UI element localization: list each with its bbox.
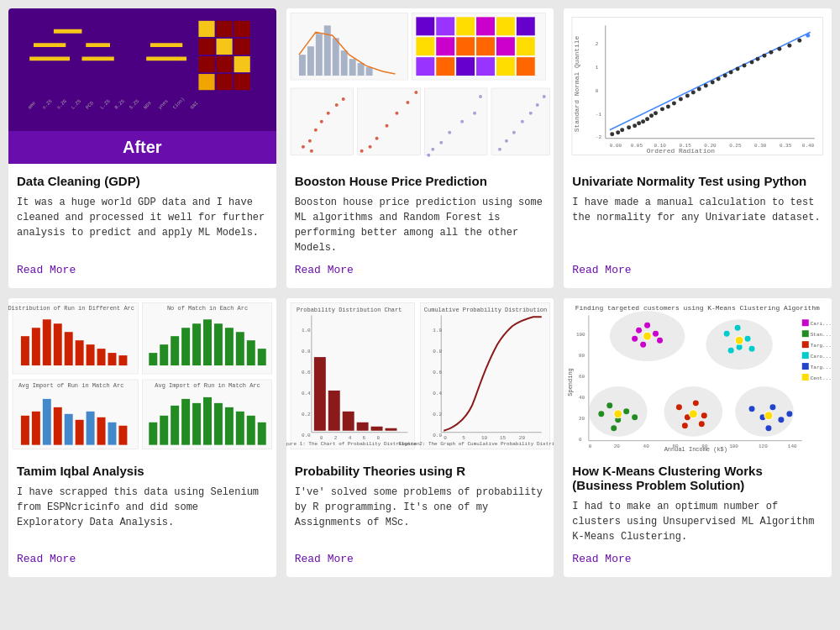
svg-point-263	[599, 411, 605, 417]
svg-text:0.0: 0.0	[433, 433, 442, 438]
svg-rect-201	[328, 391, 339, 431]
svg-point-124	[666, 104, 670, 108]
svg-rect-205	[385, 428, 396, 431]
svg-text:ame: ame	[27, 100, 38, 111]
card-desc: I have made a manual calculation to test…	[572, 195, 823, 255]
read-more-link[interactable]: Read More	[17, 553, 268, 565]
svg-rect-39	[357, 63, 364, 76]
svg-point-259	[653, 331, 659, 337]
svg-text:Cari...: Cari...	[811, 321, 832, 327]
svg-text:0.40: 0.40	[802, 143, 815, 149]
svg-rect-55	[436, 57, 454, 76]
card-tamim: Distribution of Run in Different Arc No …	[8, 298, 276, 577]
svg-point-119	[641, 119, 645, 123]
card-body: Probability Theories using R I've' solve…	[286, 454, 554, 577]
svg-text:0: 0	[596, 88, 599, 94]
card-desc: Booston house price prediction using som…	[295, 195, 546, 255]
svg-point-75	[360, 150, 363, 153]
svg-point-88	[512, 131, 516, 134]
svg-text:Cumulative Probability Distrib: Cumulative Probability Distribution	[423, 307, 546, 313]
svg-text:NDX: NDX	[143, 100, 154, 111]
svg-point-268	[632, 414, 638, 420]
svg-point-284	[779, 417, 785, 423]
svg-rect-202	[342, 412, 354, 431]
svg-rect-192	[236, 412, 244, 445]
svg-point-132	[717, 77, 721, 81]
svg-text:0.8: 0.8	[433, 349, 442, 354]
svg-point-131	[711, 81, 715, 85]
card-kmeans: Finding targeted customers using K-Means…	[564, 298, 832, 577]
svg-point-139	[763, 54, 767, 58]
svg-text:0.20: 0.20	[705, 143, 717, 149]
svg-rect-178	[87, 412, 95, 445]
svg-text:6: 6	[362, 435, 365, 441]
gdp-after-label: After	[8, 131, 276, 164]
svg-point-87	[505, 139, 508, 143]
svg-text:10: 10	[481, 435, 488, 441]
svg-text:15: 15	[500, 435, 507, 441]
svg-text:5: 5	[462, 435, 465, 441]
svg-point-136	[743, 64, 747, 68]
svg-point-286	[787, 411, 793, 417]
card-title: Data Cleaning (GDP)	[17, 174, 268, 188]
card-image-tamim: Distribution of Run in Different Arc No …	[8, 298, 276, 454]
svg-point-118	[637, 121, 641, 125]
svg-rect-20	[216, 21, 232, 37]
svg-rect-186	[171, 406, 179, 445]
svg-rect-166	[225, 328, 234, 365]
card-data-cleaning: ame s.Z5 s.ZG L.Z5 PCD L.Z5 R.Z5 S.Z5 ND…	[8, 8, 276, 288]
svg-text:20: 20	[614, 444, 621, 449]
svg-text:ynes: ynes	[157, 98, 170, 111]
svg-point-117	[633, 123, 637, 128]
svg-point-261	[632, 336, 638, 342]
svg-text:-1: -1	[596, 112, 602, 118]
svg-rect-29	[216, 74, 232, 90]
svg-text:0.6: 0.6	[302, 370, 311, 375]
card-body: How K-Means Clustering Works (Business P…	[564, 454, 832, 577]
svg-point-130	[704, 84, 708, 88]
svg-point-257	[636, 328, 642, 333]
svg-text:Caro...: Caro...	[811, 354, 832, 360]
read-more-link[interactable]: Read More	[17, 264, 268, 276]
svg-point-291	[764, 412, 773, 420]
read-more-link[interactable]: Read More	[295, 553, 546, 565]
svg-point-143	[798, 39, 802, 43]
read-more-link[interactable]: Read More	[295, 264, 546, 276]
svg-text:0.15: 0.15	[680, 143, 692, 149]
card-probability: Probability Distribution Chart Figure 1:…	[286, 298, 554, 577]
read-more-link[interactable]: Read More	[572, 553, 823, 565]
svg-text:GNI: GNI	[189, 100, 199, 110]
svg-point-274	[699, 421, 705, 427]
svg-point-91	[535, 103, 538, 107]
svg-text:80: 80	[579, 353, 585, 359]
svg-rect-46	[496, 17, 515, 35]
svg-point-133	[723, 74, 727, 78]
svg-point-277	[745, 336, 751, 342]
svg-text:0.2: 0.2	[433, 412, 442, 417]
svg-rect-161	[171, 336, 179, 365]
svg-rect-34	[316, 34, 323, 76]
svg-rect-54	[416, 57, 434, 76]
svg-text:Standard Normal Quantile: Standard Normal Quantile	[573, 36, 580, 133]
svg-text:0.2: 0.2	[302, 412, 311, 417]
svg-point-279	[749, 346, 755, 352]
svg-point-70	[368, 145, 371, 149]
svg-point-63	[314, 129, 318, 132]
svg-rect-302	[802, 374, 809, 381]
svg-rect-77	[424, 88, 487, 155]
svg-point-271	[693, 400, 699, 406]
svg-rect-154	[97, 349, 106, 365]
svg-text:0: 0	[444, 435, 447, 441]
svg-text:0.6: 0.6	[433, 370, 442, 375]
svg-rect-168	[247, 340, 255, 365]
svg-text:Targ...: Targ...	[811, 343, 832, 349]
svg-text:0.4: 0.4	[302, 391, 311, 396]
svg-point-61	[302, 145, 305, 149]
svg-point-280	[728, 348, 734, 354]
svg-rect-191	[225, 407, 234, 445]
svg-text:1.0: 1.0	[302, 328, 311, 333]
read-more-link[interactable]: Read More	[572, 264, 823, 276]
svg-rect-52	[496, 37, 515, 55]
svg-rect-53	[517, 37, 535, 55]
svg-text:40: 40	[643, 444, 650, 449]
